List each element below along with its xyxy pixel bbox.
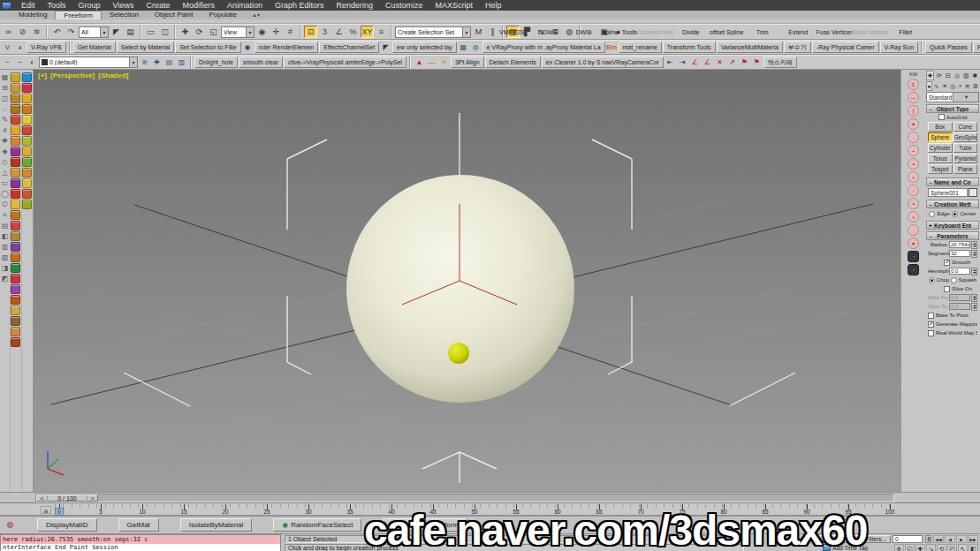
custom-tool-icon[interactable]: ◨	[0, 263, 10, 273]
rollout-keyboard-entry[interactable]: + Keyboard Entry	[926, 221, 979, 230]
axis-constraints-icon[interactable]: XY	[361, 26, 374, 38]
set-selection-to-filte-button[interactable]: Set Selection to Filte	[175, 42, 240, 53]
custom-tool-icon[interactable]: ◧	[0, 231, 10, 241]
custom-tool-icon[interactable]: ✦	[908, 118, 919, 130]
custom-tool-icon[interactable]	[11, 316, 20, 326]
custom-tool-icon[interactable]	[11, 210, 20, 220]
fillet-button[interactable]: Fillet	[888, 29, 924, 35]
custom-tool-icon[interactable]: #	[0, 125, 10, 135]
detach-elements-button[interactable]: Detach Elements	[485, 57, 541, 68]
subcategory-icon[interactable]: ☀	[941, 81, 948, 91]
select-and-link-icon[interactable]: ∞	[2, 26, 15, 38]
isolatebymaterial-button[interactable]: IsolateByMaterial	[180, 518, 252, 532]
custom-tool-icon[interactable]: ◔	[908, 264, 919, 276]
trim-button[interactable]: Trim	[745, 29, 781, 35]
custom-tool-icon[interactable]: ⊞	[0, 83, 10, 93]
custom-tool-icon[interactable]	[22, 136, 32, 146]
squash-radio[interactable]: Squash	[951, 277, 976, 283]
subcategory-icon[interactable]: +	[957, 81, 963, 91]
layer-light-icon[interactable]: ◐	[27, 57, 38, 68]
bind-to-space-warp-icon[interactable]: ≋	[30, 26, 43, 38]
custom-tool-icon[interactable]	[22, 200, 32, 209]
subcategory-icon[interactable]: ●	[926, 81, 932, 91]
time-slider-track[interactable]: < 0 / 100 >	[35, 494, 894, 502]
smooth-checkbox[interactable]	[944, 260, 950, 266]
selection-set-dropdown[interactable]: Create Selection Set▾	[395, 26, 471, 38]
render-elements-icon[interactable]: ◉	[242, 42, 254, 53]
perspective-viewport[interactable]: [+] [Perspective] [Shaded]	[34, 70, 900, 492]
custom-tool-icon[interactable]	[22, 125, 32, 135]
custom-tool-icon[interactable]: ◈	[0, 147, 10, 156]
custom-tool-icon[interactable]	[11, 306, 20, 315]
custom-tool-icon[interactable]: ▤	[0, 221, 10, 230]
spline-toolbox-button[interactable]: Spline_Toolbox	[602, 29, 638, 35]
viewport-nav-icon[interactable]: ✚	[915, 544, 925, 551]
select-and-rotate-icon[interactable]: ⟳	[193, 26, 206, 38]
rendermask-button[interactable]: RenderMask	[973, 42, 980, 53]
viewport-menu-view[interactable]: [Perspective]	[50, 72, 95, 79]
segments-spinner[interactable]	[971, 250, 977, 258]
next-frame-button[interactable]: >	[87, 495, 97, 502]
custom-tool-icon[interactable]	[11, 231, 20, 241]
percent-snap-icon[interactable]: %	[346, 26, 360, 38]
ddwg-button[interactable]: DDWG	[530, 29, 566, 35]
select-and-scale-icon[interactable]: ◱	[207, 26, 220, 38]
ray-physical-camer-button[interactable]: -Ray Physical Camer	[812, 42, 879, 53]
frame-spinner[interactable]	[925, 535, 931, 543]
divide-button[interactable]: Divide	[673, 29, 710, 35]
viewport-nav-icon[interactable]: ◰	[947, 544, 957, 551]
custom-tool-icon[interactable]	[11, 147, 20, 156]
extend-button[interactable]: Extend	[780, 29, 817, 35]
redo-icon[interactable]: ↷	[65, 26, 78, 38]
material-sphere-icon[interactable]: ◍	[4, 519, 16, 531]
custom-tool-icon[interactable]: ∅	[0, 200, 10, 209]
custom-tool-icon[interactable]: ▦	[0, 72, 10, 82]
viewport-nav-icon[interactable]: ◱	[905, 544, 915, 551]
align-start-icon[interactable]: ⇤	[665, 57, 676, 68]
undo-icon[interactable]: ↶	[50, 26, 64, 38]
custom-tool-icon[interactable]	[11, 94, 20, 103]
nder-renderelemen-button[interactable]: nder RenderElemen	[254, 42, 319, 53]
playback-icon[interactable]: ◀	[945, 535, 955, 543]
custom-tool-icon[interactable]	[22, 178, 32, 188]
angle-tool-a-icon[interactable]: ∠	[689, 57, 701, 68]
tab-selection[interactable]: Selection	[102, 11, 147, 19]
custom-tool-icon[interactable]	[22, 115, 32, 125]
custom-tool-icon[interactable]	[22, 83, 32, 93]
slice-on-checkbox[interactable]	[944, 286, 950, 292]
custom-tool-icon[interactable]: ❘	[908, 105, 919, 117]
named-selection-sets-icon[interactable]: ≡	[375, 26, 388, 38]
geosphere-button[interactable]: GeoSphere	[953, 132, 978, 142]
custom-tool-icon[interactable]	[11, 295, 20, 305]
mirror-icon[interactable]: M	[472, 26, 485, 38]
keyboard-override-icon[interactable]: #	[284, 26, 297, 38]
object-color-swatch[interactable]	[969, 188, 977, 197]
menu-help[interactable]: Help	[479, 0, 508, 11]
plane-button[interactable]: Plane	[953, 164, 978, 174]
select-object-icon[interactable]: ◤	[110, 26, 123, 38]
subcategory-icon[interactable]: ∿	[933, 81, 940, 91]
custom-tool-icon[interactable]	[11, 253, 20, 262]
trackbar-options-icon[interactable]: ≣	[41, 506, 51, 514]
add-to-layer-icon[interactable]: −	[14, 57, 26, 68]
viewport-nav-icon[interactable]: ↖	[958, 544, 968, 551]
select-and-move-icon[interactable]: ✚	[179, 26, 192, 38]
rectangular-selection-region-icon[interactable]: ▭	[144, 26, 157, 38]
tab-modeling[interactable]: Modeling	[11, 11, 55, 19]
custom-tool-icon[interactable]: ≡	[0, 210, 10, 220]
custom-tool-icon[interactable]	[11, 221, 20, 230]
ex-cleaner-1-0-by-s-naxvraycameracor-button[interactable]: ex Cleaner 1.0 by S naxVRayCameraCor	[542, 57, 664, 68]
panel-tab-icon[interactable]: ▥	[962, 71, 970, 80]
부수기-button[interactable]: 부수기	[784, 42, 811, 53]
arrow-tool-icon[interactable]: ↗	[726, 57, 738, 68]
custom-tool-icon[interactable]: ◦	[908, 185, 919, 196]
menu-create[interactable]: Create	[140, 0, 176, 11]
v-ray-vfb-button[interactable]: V-Ray VFB	[27, 42, 66, 53]
variancemultimateria-button[interactable]: VarianceMultiMateria	[717, 42, 783, 53]
panel-tab-icon[interactable]: ✚	[926, 71, 934, 80]
custom-tool-icon[interactable]	[22, 104, 32, 114]
select-by-material-button[interactable]: Select by Material	[117, 42, 175, 53]
rollout-creation-method[interactable]: - Creation Method	[926, 200, 979, 208]
dwg-button[interactable]: DWG	[566, 29, 602, 35]
flag-b-icon[interactable]: ⚑	[751, 57, 763, 68]
